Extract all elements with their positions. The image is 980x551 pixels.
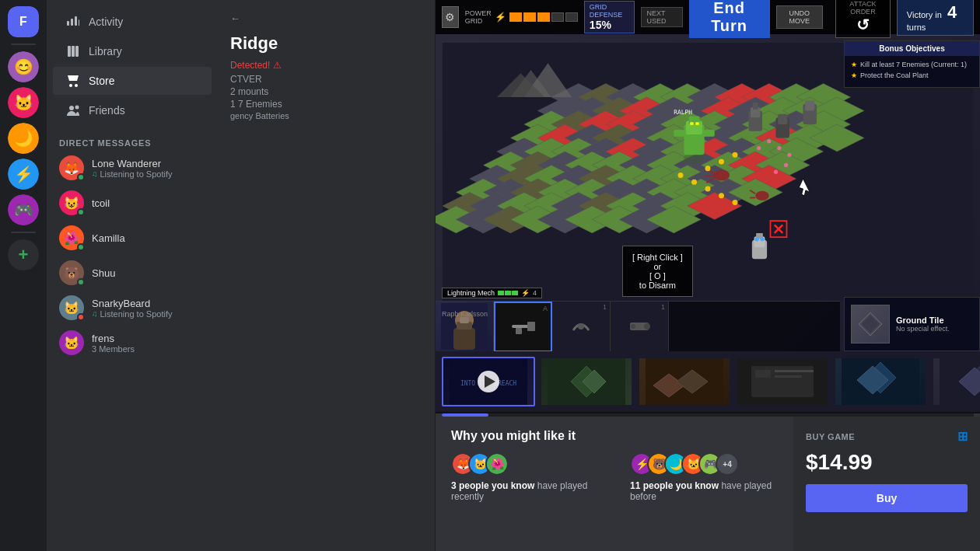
- undo-move-button[interactable]: UNDO MOVE: [776, 5, 823, 29]
- bonus-item-1: ★ Kill at least 7 Enemies (Current: 1): [851, 61, 973, 68]
- dm-item-tcoil[interactable]: 😺 tcoil: [53, 186, 212, 220]
- back-button[interactable]: ←: [230, 12, 422, 24]
- server-icon-main[interactable]: F: [8, 6, 39, 37]
- sidebar-item-activity[interactable]: Activity: [53, 8, 212, 36]
- dm-status-online-3: [77, 243, 85, 251]
- star-icon-1: ★: [851, 61, 857, 68]
- weapon-key-3: 1: [661, 303, 665, 311]
- server-icon-2[interactable]: 🐱: [8, 87, 39, 118]
- svg-point-153: [678, 173, 684, 178]
- dm-name-frens: frens: [92, 333, 205, 344]
- dm-item-frens[interactable]: 🐱 frens 3 Members: [53, 326, 212, 360]
- sidebar-item-friends[interactable]: Friends: [53, 96, 212, 124]
- game-detail-1: gency Batteries: [230, 111, 422, 120]
- dm-name-tcoil: tcoil: [92, 197, 205, 209]
- svg-point-162: [767, 139, 771, 143]
- screenshot-thumb-4[interactable]: [736, 357, 829, 406]
- svg-rect-175: [516, 328, 522, 334]
- buy-button[interactable]: Buy: [806, 484, 968, 512]
- svg-rect-6: [75, 46, 79, 57]
- hp-pip-3: [512, 291, 518, 295]
- dm-item-shuu[interactable]: 🐻 Shuu: [53, 256, 212, 290]
- buy-section: BUY GAME ⊞ $14.99 Buy: [793, 417, 980, 551]
- dm-item-snarky[interactable]: 🐱 SnarkyBeard ♫ Listening to Spotify: [53, 291, 212, 325]
- svg-rect-3: [79, 19, 79, 26]
- svg-rect-129: [695, 122, 698, 124]
- dm-avatar-tcoil: 😺: [59, 190, 84, 215]
- game-char-panel: A 1: [436, 301, 840, 351]
- friend-avatar-3: 🌺: [485, 452, 509, 476]
- mech-label: Lightning Mech ⚡ 4: [442, 288, 542, 298]
- svg-point-164: [787, 153, 791, 157]
- gear-button[interactable]: ⚙: [442, 6, 459, 28]
- sidebar-item-label-library: Library: [89, 45, 122, 58]
- why-row: 🦊 🐱 🌺 3 people you know have played: [451, 452, 778, 502]
- dm-sub-snarky: ♫ Listening to Spotify: [92, 309, 205, 319]
- dm-item-lone-wanderer[interactable]: 🦊 Lone Wanderer ♫ Listening to Spotify: [53, 151, 212, 185]
- screenshot-thumb-1[interactable]: INTO THE BREACH: [442, 357, 535, 406]
- weapon-slot-1[interactable]: A: [494, 302, 552, 352]
- svg-point-158: [705, 166, 711, 171]
- bottom-section: Why you might like it 🦊 🐱 🌺: [436, 417, 980, 551]
- screenshot-thumb-6[interactable]: [932, 357, 980, 406]
- dm-info-snarky: SnarkyBeard ♫ Listening to Spotify: [92, 298, 205, 319]
- svg-rect-172: [460, 317, 469, 323]
- screenshot-thumb-5[interactable]: [834, 357, 927, 406]
- weapon-key-2: 1: [603, 303, 607, 311]
- windows-icon: ⊞: [957, 429, 968, 444]
- svg-rect-2: [75, 16, 77, 26]
- friend-avatars-2: ⚡ 🐻 🌙 🐱 🎮: [630, 452, 778, 476]
- power-bar-3: [537, 12, 550, 22]
- char-portrait-img: [436, 302, 493, 352]
- server-icon-4[interactable]: ⚡: [8, 159, 39, 190]
- friends-icon: [65, 103, 81, 118]
- svg-point-161: [757, 146, 761, 150]
- weapon-slot-2[interactable]: 1: [552, 302, 611, 352]
- defense-display: GRID DEFENSE 15%: [584, 1, 635, 33]
- screenshot-thumb-3[interactable]: [638, 357, 731, 406]
- sidebar-item-store[interactable]: Store: [53, 67, 212, 95]
- svg-rect-127: [702, 130, 715, 137]
- attack-order-display: ATTACK ORDER ↺: [835, 0, 891, 38]
- svg-rect-170: [453, 328, 475, 350]
- ground-tile-info: Ground Tile No special effect.: [844, 297, 980, 351]
- tile-name: Ground Tile: [896, 316, 950, 325]
- add-server-button[interactable]: +: [8, 239, 39, 270]
- power-grid-display: POWERGRID ⚡: [465, 9, 578, 25]
- sidebar-item-library[interactable]: Library: [53, 37, 212, 65]
- hp-pip-2: [505, 291, 511, 295]
- svg-rect-194: [775, 375, 802, 378]
- game-status: Detected! ⚠: [230, 60, 422, 71]
- weapon-slot-3[interactable]: 1: [611, 302, 669, 352]
- server-icon-5[interactable]: 🎮: [8, 194, 39, 225]
- icons-bar: F 😊 🐱 🌙 ⚡ 🎮 +: [0, 0, 47, 551]
- game-info-3: 1 7 Enemies: [230, 99, 422, 110]
- activity-icon: [65, 14, 81, 30]
- svg-marker-181: [861, 315, 880, 333]
- weapon-key-1: A: [543, 305, 548, 312]
- svg-rect-0: [67, 21, 69, 26]
- bonus-item-2: ★ Protect the Coal Plant: [851, 71, 973, 79]
- server-divider: [11, 44, 36, 45]
- svg-point-163: [777, 146, 781, 150]
- screenshot-thumb-2[interactable]: [540, 357, 633, 406]
- end-turn-button[interactable]: End Turn: [689, 0, 770, 38]
- char-portrait: [436, 302, 494, 352]
- dm-item-kamilla[interactable]: 🌺 Kamilla: [53, 221, 212, 255]
- power-bars: [509, 12, 578, 22]
- dm-sub-frens: 3 Members: [92, 344, 205, 354]
- server-icon-3[interactable]: 🌙: [8, 123, 39, 154]
- star-icon-2: ★: [851, 71, 857, 79]
- svg-point-159: [719, 159, 724, 165]
- svg-rect-4: [68, 46, 71, 57]
- victory-display: Victory in 4 turns: [897, 0, 974, 36]
- server-icon-1[interactable]: 😊: [8, 51, 39, 82]
- scroll-thumb: [442, 413, 488, 417]
- dm-status-online-4: [77, 278, 85, 286]
- tile-desc: No special effect.: [896, 325, 950, 333]
- buy-price: $14.99: [806, 450, 968, 475]
- ground-tile-text: Ground Tile No special effect.: [896, 316, 950, 333]
- dm-avatar-snarky: 🐱: [59, 295, 84, 320]
- dm-info-frens: frens 3 Members: [92, 333, 205, 354]
- svg-rect-174: [527, 322, 535, 331]
